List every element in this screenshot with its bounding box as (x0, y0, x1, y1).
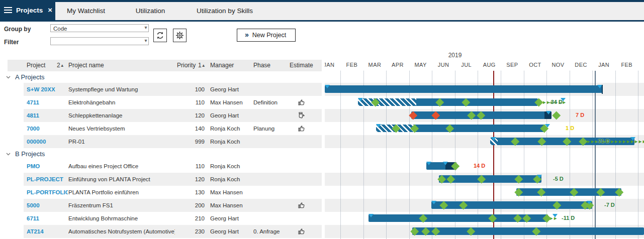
filter-select[interactable]: ▾ (50, 37, 149, 45)
project-name: Automatisches Notrufsystem (Automotive) (68, 225, 175, 238)
project-name: Einführung von PLANTA Project (68, 173, 175, 186)
gantt-bar-5000[interactable] (431, 201, 592, 209)
gantt-bar-at214[interactable] (412, 227, 644, 235)
sort-indicator-project[interactable]: 2▲ (57, 60, 64, 71)
month-gridline (638, 71, 638, 239)
month-gridline (501, 71, 501, 239)
project-code-link[interactable]: 000000 (27, 135, 68, 148)
month-gridline (409, 71, 410, 239)
group-header-b-projects[interactable]: B Projects (0, 148, 322, 160)
gantt-bar-s-w-20xx[interactable] (325, 85, 603, 93)
priority-value: 200 (173, 199, 205, 212)
table-row-4811[interactable]: 4811Schleppkettenanlage120Georg Hart (0, 109, 322, 122)
month-gridline (432, 71, 432, 239)
gantt-bar-4711[interactable] (358, 98, 538, 106)
sort-arrow-icon: ▲ (60, 63, 64, 68)
group-by-select[interactable]: Code ▾ (50, 24, 149, 32)
project-code-link[interactable]: AT214 (27, 225, 68, 238)
close-icon[interactable]: × (48, 7, 52, 14)
project-code-link[interactable]: PL-PORTFOLIO (27, 186, 68, 199)
project-code-link[interactable]: PMO (27, 160, 68, 173)
manager-value: Ronja Koch (210, 160, 253, 173)
thumb-up-icon[interactable] (298, 227, 308, 235)
month-label: DEC (570, 62, 592, 68)
column-header-phase[interactable]: Phase (253, 60, 270, 71)
project-code-link[interactable]: 4711 (27, 96, 68, 109)
table-row-7000[interactable]: 7000Neues Vertriebsystem140Ronja KochPla… (0, 122, 322, 135)
tab-utilization-by-skills[interactable]: Utilization by Skills (197, 2, 253, 20)
project-code-link[interactable]: PL-PROJECT (27, 173, 68, 186)
table-row-5000[interactable]: 5000Fräszentrum FS1200Max Hansen (0, 199, 322, 212)
today-line (493, 71, 494, 239)
manager-value: Georg Hart (210, 109, 253, 122)
month-gridline (455, 71, 455, 239)
priority-value: 230 (173, 225, 205, 238)
chevrons-right-icon: » (245, 31, 249, 39)
gantt-bar-pl-portfolio[interactable] (516, 188, 621, 196)
priority-value: 140 (173, 122, 205, 135)
menu-icon[interactable] (4, 6, 12, 15)
table-row-4711[interactable]: 4711Elektrohängebahn110Max HansenDefinit… (0, 96, 322, 109)
month-label: OCT (524, 62, 546, 68)
schedule-marker (553, 214, 558, 217)
group-header-a-projects[interactable]: A Projects (0, 71, 322, 83)
month-label: MAY (410, 62, 432, 68)
priority-value: 120 (173, 109, 205, 122)
chevron-down-icon (6, 76, 11, 79)
project-code-link[interactable]: 6711 (27, 212, 68, 225)
project-code-link[interactable]: 7000 (27, 122, 68, 135)
project-code-link[interactable]: 4811 (27, 109, 68, 122)
month-gridline (570, 71, 570, 239)
tab-utilization[interactable]: Utilization (136, 2, 165, 20)
table-row-s-w-20xx[interactable]: S+W 20XXSystempflege und Wartung100Georg… (0, 83, 322, 96)
month-label: FEB (616, 62, 638, 68)
filter-label: Filter (4, 39, 19, 46)
table-row-000000[interactable]: 000000PR-01999Ronja Koch (0, 135, 322, 148)
gantt-bar-7000[interactable] (376, 125, 545, 132)
table-row-pl-portfolio[interactable]: PL-PORTFOLIOPLANTA Portfolio einführen13… (0, 186, 322, 199)
priority-value: 130 (173, 186, 205, 199)
group-by-value: Code (53, 26, 67, 32)
chevron-down-icon: ▾ (144, 25, 146, 31)
column-header-name[interactable]: Project name (68, 60, 104, 71)
tab-my-watchlist[interactable]: My Watchlist (67, 2, 105, 20)
table-row-6711[interactable]: 6711Entwicklung Bohrmaschine210Georg Har… (0, 212, 322, 225)
tab-projects-label: Projects (16, 7, 43, 14)
gear-icon (175, 31, 184, 40)
thumb-up-icon[interactable] (298, 201, 308, 209)
column-header-estimate[interactable]: Estimate (290, 60, 313, 71)
chevron-down-icon (6, 153, 11, 156)
month-label: JUL (455, 62, 478, 68)
group-label: B Projects (15, 148, 45, 160)
settings-button[interactable] (173, 29, 187, 42)
manager-value: Max Hansen (210, 96, 253, 109)
manager-value: Ronja Koch (210, 173, 253, 186)
gantt-year-label: 2019 (444, 52, 466, 59)
sort-indicator-priority[interactable]: 1▲ (198, 60, 206, 71)
project-name: PLANTA Portfolio einführen (68, 186, 175, 199)
tab-projects[interactable]: Projects × (0, 0, 55, 20)
group-by-label: Group by (4, 26, 31, 33)
table-row-pmo[interactable]: PMOAufbau eines Project Office110Ronja K… (0, 160, 322, 173)
thumb-sideways-icon[interactable] (298, 111, 308, 120)
period-end-line (595, 71, 596, 239)
month-label: APR (387, 62, 409, 68)
thumb-up-icon[interactable] (298, 125, 308, 133)
column-header-manager[interactable]: Manager (210, 60, 234, 71)
column-header-priority[interactable]: Priority (177, 60, 196, 71)
table-row-pl-project[interactable]: PL-PROJECTEinführung von PLANTA Project1… (0, 173, 322, 186)
tab-bar-underline (0, 20, 644, 22)
month-label: AUG (478, 62, 500, 68)
thumb-up-icon[interactable] (298, 98, 308, 106)
project-name: Neues Vertriebsystem (68, 122, 175, 135)
column-header-project[interactable]: Project (27, 60, 45, 71)
project-name: Aufbau eines Project Office (68, 160, 175, 173)
project-code-link[interactable]: 5000 (27, 199, 68, 212)
table-row-at214[interactable]: AT214Automatisches Notrufsystem (Automot… (0, 225, 322, 238)
new-project-button[interactable]: » New Project (237, 29, 296, 42)
month-gridline (363, 71, 364, 239)
project-code-link[interactable]: S+W 20XX (27, 83, 68, 96)
group-label: A Projects (15, 71, 45, 83)
month-label: JAN (593, 62, 615, 68)
refresh-button[interactable] (153, 29, 167, 42)
